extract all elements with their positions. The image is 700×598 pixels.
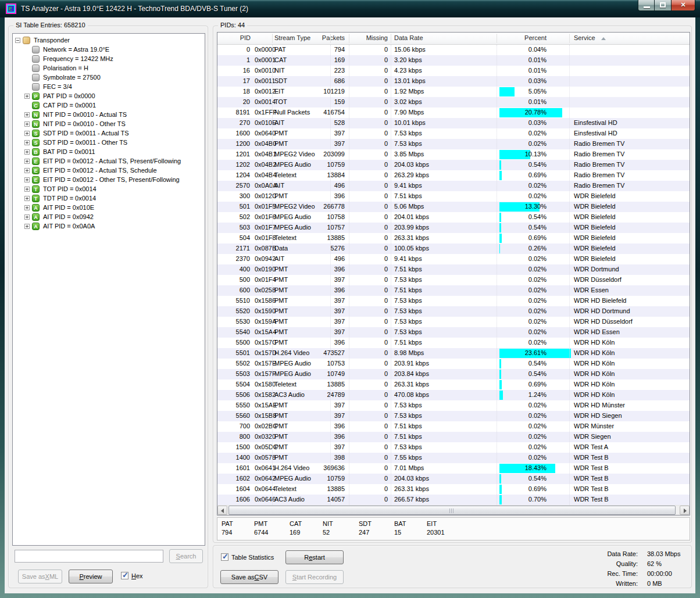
pid-row[interactable]: 8000x0320PMT39607.51 kbps0.02%WDR Siegen [217,432,690,442]
search-input[interactable] [15,550,163,563]
tree-item[interactable]: AAIT PID = 0x0942 [13,212,205,221]
pid-row[interactable]: 25700x0A0AAIT49609.41 kbps0.02%Radio Bre… [217,181,690,191]
minimize-button[interactable] [638,0,655,11]
maximize-button[interactable] [655,0,672,11]
pid-row[interactable]: 55020x157EMPEG Audio107530203.91 kbps0.5… [217,359,690,369]
tree-item[interactable]: AAIT PID = 0x010E [13,203,205,212]
save-as-csv-button[interactable]: Save as CSV [220,570,278,584]
table-statistics-checkbox[interactable]: Table Statistics [221,553,274,561]
tree-expander-minus-icon[interactable] [15,38,20,43]
tree-item[interactable]: EEIT PID = 0x0012 - Actual TS, Present/F… [13,156,205,166]
tree-expander-plus-icon[interactable] [24,214,30,220]
hex-checkbox[interactable]: Hex [121,572,143,579]
tree-item[interactable]: Symbolrate = 27500 [13,73,205,82]
tree-expander-plus-icon[interactable] [24,94,30,99]
pid-row[interactable]: 55200x1590PMT39707.53 kbps0.02%WDR HD Do… [217,306,690,317]
tree-item[interactable]: EEIT PID = 0x0012 - Actual TS, Schedule [13,166,205,175]
pid-row[interactable]: 55030x157FMPEG Audio107490203.84 kbps0.5… [217,369,690,379]
pid-row[interactable]: 14000x0578PMT39807.55 kbps0.02%WDR Test … [217,453,690,463]
tree-expander-plus-icon[interactable] [24,187,30,192]
tree-item[interactable]: AAIT PID = 0x0A0A [13,221,205,231]
pid-row[interactable]: 23700x0942AIT49609.41 kbps0.02%WDR Biele… [217,254,690,264]
tree-item[interactable]: TTDT PID = 0x0014 [13,194,205,203]
tree-expander-plus-icon[interactable] [24,159,30,164]
tree-item[interactable]: SSDT PID = 0x0011 - Actual TS [13,128,205,138]
pid-row[interactable]: 5020x01F6MPEG Audio107580204.01 kbps0.54… [217,212,690,223]
tree-item[interactable]: Polarisation = H [13,63,205,73]
tree-item[interactable]: Transponder [13,35,205,45]
tree-item[interactable]: SSDT PID = 0x0011 - Other TS [13,138,205,147]
pid-row[interactable]: 200x0014TOT15903.02 kbps0.01% [217,97,690,108]
tree-item[interactable]: FEC = 3/4 [13,82,205,91]
tree-expander-plus-icon[interactable] [24,205,30,210]
pid-row[interactable]: 81910x1FFFNull Packets41675407.90 Mbps20… [217,108,690,118]
pid-row[interactable]: 12000x04B0PMT39707.53 kbps0.02%Radio Bre… [217,139,690,149]
pid-row[interactable]: 00x0000PAT794015.06 kbps0.04% [217,45,690,55]
pid-row[interactable]: 16000x0640PMT39707.53 kbps0.02%Einsfesti… [217,128,690,139]
pid-row[interactable]: 12020x04B2MPEG Audio107590204.03 kbps0.5… [217,160,690,170]
column-header-packets[interactable]: Packets [293,34,345,41]
tree-expander-plus-icon[interactable] [24,112,30,117]
scrollbar-thumb[interactable] [228,506,676,515]
restart-button[interactable]: Restart [285,550,344,564]
pid-row[interactable]: 55400x15A4PMT39707.53 kbps0.02%WDR HD Es… [217,327,690,338]
pid-row[interactable]: 5010x01F5MPEG2 Video26677805.06 Mbps13.3… [217,202,690,212]
pid-row[interactable]: 5030x01F7MPEG Audio107570203.99 kbps0.54… [217,223,690,233]
pid-row[interactable]: 16020x0642MPEG Audio107590204.03 kbps0.5… [217,474,690,484]
tree-expander-plus-icon[interactable] [24,121,30,127]
tree-item[interactable]: Frequency = 12422 MHz [13,54,205,63]
pid-row[interactable]: 2700x010EAIT528010.01 kbps0.03%Einsfesti… [217,118,690,128]
pid-row[interactable]: 3000x012CPMT39607.51 kbps0.02%WDR Bielef… [217,191,690,202]
tree-item[interactable]: PPAT PID = 0x0000 [13,91,205,101]
pid-row[interactable]: 21710x087BData52760100.05 kbps0.26%WDR B… [217,244,690,254]
tree-expander-plus-icon[interactable] [24,168,30,173]
pid-row[interactable]: 55000x157CPMT39607.51 kbps0.02%WDR HD Kö… [217,338,690,348]
tree-item[interactable]: NNIT PID = 0x0010 - Other TS [13,119,205,128]
pid-row[interactable]: 10x0001CAT16903.20 kbps0.01% [217,55,690,66]
pid-row[interactable]: 4000x0190PMT39607.51 kbps0.02%WDR Dortmu… [217,264,690,275]
pid-row[interactable]: 55300x159APMT39707.53 kbps0.02%WDR HD Dü… [217,317,690,327]
tree-item[interactable]: CCAT PID = 0x0001 [13,101,205,110]
pid-row[interactable]: 180x0012EIT10121901.92 Mbps5.05% [217,87,690,97]
tree-item[interactable]: BBAT PID = 0x0011 [13,147,205,156]
pid-row[interactable]: 16040x0644Teletext138850263.31 kbps0.69%… [217,484,690,495]
pid-row[interactable]: 16060x0646AC3 Audio140570266.57 kbps0.70… [217,495,690,505]
hex-checkbox-box[interactable] [121,572,128,579]
column-header-pid[interactable]: PID [217,34,251,41]
column-header-data-rate[interactable]: Data Rate [394,34,464,41]
column-header-missing[interactable]: Missing [344,34,388,41]
scroll-right-button[interactable] [680,506,690,515]
pid-row[interactable]: 160x0010NIT22304.23 kbps0.01% [217,66,690,76]
pid-row[interactable]: 12010x04B1MPEG2 Video20309903.85 Mbps10.… [217,149,690,160]
pid-row[interactable]: 6000x0258PMT39607.51 kbps0.02%WDR Essen [217,285,690,296]
tree-expander-plus-icon[interactable] [24,196,30,201]
tree-item[interactable]: NNIT PID = 0x0010 - Actual TS [13,110,205,119]
column-header-percent[interactable]: Percent [477,34,547,41]
tree-item[interactable]: EEIT PID = 0x0012 - Other TS, Present/Fo… [13,175,205,184]
pid-row[interactable]: 55100x1586PMT39707.53 kbps0.02%WDR HD Bi… [217,296,690,306]
pid-row[interactable]: 55060x1582AC3 Audio247890470.08 kbps1.24… [217,390,690,400]
tree-item[interactable]: TTOT PID = 0x0014 [13,184,205,194]
pid-row[interactable]: 5040x01F8Teletext138850263.31 kbps0.69%W… [217,233,690,244]
save-as-xml-button[interactable]: Save as XML [18,570,62,583]
start-recording-button[interactable]: Start Recording [285,570,344,584]
pid-row[interactable]: 7000x02BCPMT39607.51 kbps0.02%WDR Münste… [217,421,690,432]
pid-row[interactable]: 5000x01F4PMT39707.53 kbps0.02%WDR Düssel… [217,275,690,285]
pid-row[interactable]: 16010x0641H.264 Video36963607.01 Mbps18.… [217,463,690,474]
table-statistics-checkbox-box[interactable] [221,553,228,561]
pid-row[interactable]: 55600x15B8PMT39707.53 kbps0.02%WDR HD Si… [217,411,690,421]
horizontal-scrollbar[interactable] [217,505,690,515]
pid-row[interactable]: 12040x04B4Teletext138840263.29 kbps0.69%… [217,170,690,181]
pid-row[interactable]: 170x0011SDT686013.01 kbps0.03% [217,76,690,87]
pid-row[interactable]: 55010x157DH.264 Video47352708.98 Mbps23.… [217,348,690,359]
tree-expander-plus-icon[interactable] [24,177,30,182]
pid-row[interactable]: 55040x1580Teletext138850263.31 kbps0.69%… [217,379,690,390]
tree-expander-plus-icon[interactable] [24,224,30,229]
scroll-left-button[interactable] [217,506,227,515]
tree-expander-plus-icon[interactable] [24,140,30,145]
tree-item[interactable]: Network = Astra 19.0°E [13,45,205,54]
tree-expander-plus-icon[interactable] [24,131,30,136]
si-tree[interactable]: TransponderNetwork = Astra 19.0°EFrequen… [12,33,205,546]
preview-button[interactable]: Preview [69,570,113,583]
tree-expander-plus-icon[interactable] [24,149,30,155]
